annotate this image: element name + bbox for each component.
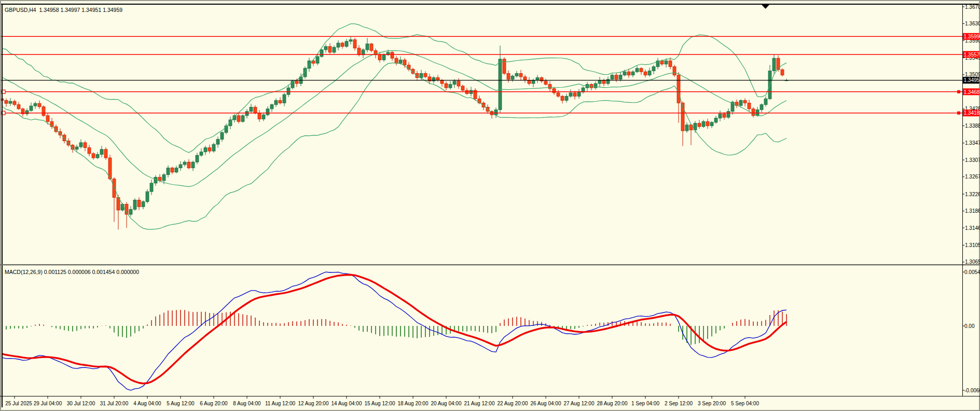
candle-body: [241, 116, 244, 121]
time-tick-label: 1 Sep 04:00: [631, 401, 659, 406]
candle-body: [507, 73, 510, 79]
candle-body: [685, 125, 688, 131]
frame-left-line: [2, 4, 3, 407]
candle-body: [544, 81, 547, 85]
candle-body: [598, 80, 601, 84]
candle-body: [96, 155, 99, 158]
candle-body: [461, 86, 464, 90]
candle-body: [38, 103, 41, 107]
candle-body: [316, 57, 319, 63]
candle-body: [320, 50, 323, 57]
candle-body: [511, 76, 514, 79]
candle-body: [582, 88, 585, 92]
candle-body: [121, 204, 124, 210]
candle-body: [46, 116, 49, 121]
candle-body: [262, 115, 265, 119]
candle-body: [548, 85, 551, 89]
time-tick-label: 14 Aug 04:00: [332, 401, 362, 406]
candle-body: [378, 55, 381, 60]
candle-body: [79, 143, 82, 147]
level-right-handle[interactable]: [957, 112, 960, 115]
level-right-handle[interactable]: [957, 90, 960, 93]
candle-body: [75, 147, 78, 149]
candle-body: [698, 123, 701, 127]
candle-body: [370, 44, 373, 51]
time-tick-label: 28 Aug 20:00: [597, 401, 628, 406]
candle-body: [677, 75, 680, 103]
candle-body: [146, 191, 149, 202]
candle-body: [772, 58, 776, 71]
candle-body: [652, 66, 655, 71]
frame-left-gray: [0, 0, 1, 411]
macd-tick-label: 0.005416: [964, 269, 980, 275]
time-tick-label: 31 Jul 20:00: [100, 401, 129, 406]
time-tick-label: 22 Aug 20:00: [498, 401, 528, 406]
candle-body: [420, 73, 423, 77]
candle-body: [204, 148, 207, 152]
price-tick-label: 1.33470: [965, 140, 980, 146]
frame-top-gray: [0, 0, 980, 1]
candle-body: [171, 168, 174, 172]
candle-body: [760, 105, 763, 110]
candle-body: [245, 112, 249, 116]
chart-canvas[interactable]: 1.367001.363001.359001.354901.350901.346…: [0, 0, 980, 411]
candle-body: [648, 71, 651, 75]
candle-body: [113, 179, 116, 198]
price-tag-label: 1.34183: [964, 110, 980, 116]
candle-body: [382, 55, 385, 60]
candle-body: [395, 58, 398, 63]
candle-body: [532, 80, 535, 84]
time-tick-label: 26 Aug 04:00: [531, 401, 561, 406]
candle-body: [673, 66, 676, 75]
candle-body: [279, 101, 282, 103]
price-tick-label: 1.35090: [965, 72, 980, 77]
price-tag-label: 1.35996: [964, 34, 980, 39]
time-tick-label: 15 Aug 12:00: [365, 401, 395, 406]
time-tick-label: 4 Aug 04:00: [133, 401, 161, 406]
candle-body: [719, 114, 722, 118]
price-tick-label: 1.33070: [965, 157, 980, 163]
candle-body: [619, 75, 622, 79]
candle-body: [324, 46, 327, 50]
candle-body: [345, 42, 348, 47]
candle-body: [212, 144, 215, 151]
candle-body: [615, 75, 618, 79]
candle-body: [391, 52, 394, 58]
candle-body: [636, 68, 639, 72]
candle-body: [623, 72, 626, 75]
candle-body: [183, 162, 186, 165]
candle-body: [453, 81, 456, 85]
candle-body: [5, 101, 8, 104]
time-tick-label: 6 Aug 20:00: [200, 401, 228, 406]
candle-body: [250, 107, 253, 112]
candle-body: [162, 175, 165, 181]
price-tick-label: 1.36700: [965, 4, 980, 10]
candle-body: [727, 112, 730, 117]
price-tick-label: 1.32670: [965, 174, 980, 180]
time-tick-label: 20 Aug 04:00: [431, 401, 462, 406]
pane-separator[interactable]: [0, 264, 980, 265]
candle-body: [528, 80, 531, 84]
candle-body: [499, 59, 502, 110]
candle-body: [748, 103, 751, 108]
macd-tick-label: -0.006609: [964, 388, 980, 393]
candle-body: [104, 149, 107, 158]
candle-body: [142, 202, 145, 207]
candle-body: [84, 143, 87, 148]
candle-body: [349, 39, 352, 41]
candle-body: [341, 43, 344, 47]
time-tick-label: 27 Aug 12:00: [564, 401, 595, 406]
candle-body: [287, 88, 290, 94]
candle-body: [270, 105, 273, 109]
candle-body: [196, 155, 199, 162]
candle-body: [739, 101, 742, 106]
candle-body: [602, 80, 605, 84]
candle-body: [100, 149, 103, 155]
candle-body: [179, 165, 182, 168]
price-tag-label: 1.35570: [964, 52, 980, 58]
candle-body: [191, 162, 195, 168]
candle-body: [644, 72, 647, 75]
candle-body: [258, 113, 261, 119]
price-tag-label: 1.34685: [964, 89, 980, 95]
frame-top-line: [0, 4, 980, 5]
